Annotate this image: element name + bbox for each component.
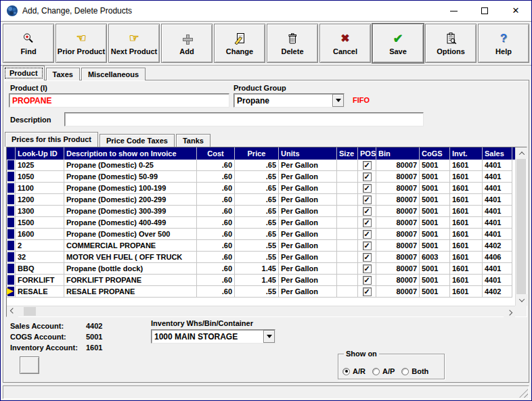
cell-desc[interactable]: Propane (Domestic) Over 500 (64, 229, 197, 240)
cell-invt[interactable]: 1601 (450, 252, 483, 263)
maximize-button[interactable] (469, 1, 500, 21)
cell-invt[interactable]: 1601 (450, 194, 483, 206)
radio-both[interactable]: Both (401, 367, 428, 375)
table-row[interactable]: BBQPropane (bottle dock).601.45Per Gallo… (7, 263, 515, 275)
cell-desc[interactable]: FORKLIFT PROPANE (64, 275, 197, 286)
cell-units[interactable]: Per Gallon (279, 286, 337, 298)
resize-grip[interactable] (519, 389, 528, 398)
cell-price[interactable]: .55 (235, 252, 279, 263)
product-group-dropdown[interactable]: Propane (234, 93, 345, 108)
cell-size[interactable] (337, 240, 358, 252)
grid-header-sales[interactable]: Sales (483, 147, 512, 160)
tab-prices-for-this-product[interactable]: Prices for this Product (5, 132, 98, 147)
table-row[interactable]: 1025Propane (Domestic) 0-25.60.65Per Gal… (7, 160, 515, 171)
pos-checkbox[interactable]: ✓ (363, 184, 372, 193)
cell-units[interactable]: Per Gallon (279, 171, 337, 183)
pos-cell[interactable]: ✓ (358, 275, 376, 286)
pos-cell[interactable]: ✓ (358, 183, 376, 194)
find-button[interactable]: Find (3, 24, 54, 63)
cell-sales[interactable]: 4401 (483, 160, 512, 171)
cell-cogs[interactable]: 5001 (420, 171, 450, 183)
cell-cogs[interactable]: 5001 (420, 206, 450, 217)
table-row[interactable]: 2COMMERCIAL PROPANE.60.55Per Gallon✓8000… (7, 240, 515, 252)
cell-cogs[interactable]: 5001 (420, 286, 450, 298)
cell-bin[interactable]: 80007 (376, 275, 420, 286)
cell-id[interactable]: RESALE (16, 286, 64, 298)
cell-price[interactable]: .55 (235, 240, 279, 252)
grid-header-pos[interactable]: POS (358, 147, 376, 160)
pos-cell[interactable]: ✓ (358, 206, 376, 217)
table-row[interactable]: 1050Propane (Domestic) 50-99.60.65Per Ga… (7, 171, 515, 183)
vertical-scroll-thumb[interactable] (516, 159, 526, 294)
row-indicator-cell[interactable] (7, 263, 16, 275)
pos-checkbox[interactable]: ✓ (363, 276, 372, 285)
pos-checkbox[interactable]: ✓ (363, 195, 372, 204)
save-button[interactable]: ✔ Save (372, 24, 424, 63)
cell-size[interactable] (337, 229, 358, 240)
cell-invt[interactable]: 1601 (450, 183, 483, 194)
cell-cogs[interactable]: 5001 (420, 217, 450, 229)
cell-desc[interactable]: RESALE PROPANE (64, 286, 197, 298)
close-button[interactable]: ✕ (500, 1, 531, 21)
cell-size[interactable] (337, 160, 358, 171)
cell-invt[interactable]: 1601 (450, 229, 483, 240)
grid-header-price[interactable]: Price (235, 147, 279, 160)
grid-header-cogs[interactable]: CoGS (420, 147, 450, 160)
grid-header-size[interactable]: Size (337, 147, 358, 160)
row-indicator-cell[interactable] (7, 275, 16, 286)
scroll-up-button[interactable] (516, 147, 527, 159)
cell-desc[interactable]: MOTOR VEH FUEL ( OFF TRUCK (64, 252, 197, 263)
row-indicator-cell[interactable] (7, 229, 16, 240)
grid-header-lookup-id[interactable]: Look-Up ID (16, 147, 64, 160)
cell-size[interactable] (337, 275, 358, 286)
pos-cell[interactable]: ✓ (358, 252, 376, 263)
add-button[interactable]: Add (161, 24, 213, 63)
cell-units[interactable]: Per Gallon (279, 275, 337, 286)
options-button[interactable]: Options (425, 24, 476, 63)
pos-checkbox[interactable]: ✓ (363, 264, 372, 273)
cell-price[interactable]: .65 (235, 217, 279, 229)
cell-cogs[interactable]: 5001 (420, 263, 450, 275)
row-indicator-cell[interactable]: ▶ (7, 286, 16, 298)
cell-invt[interactable]: 1601 (450, 160, 483, 171)
cell-price[interactable]: .55 (235, 286, 279, 298)
cell-cogs[interactable]: 5001 (420, 229, 450, 240)
pos-cell[interactable]: ✓ (358, 263, 376, 275)
table-row[interactable]: 1500Propane (Domestic) 400-499.60.65Per … (7, 217, 515, 229)
cell-sales[interactable]: 4402 (483, 286, 512, 298)
pos-cell[interactable]: ✓ (358, 160, 376, 171)
cell-price[interactable]: .65 (235, 171, 279, 183)
dropdown-arrow-icon[interactable] (263, 330, 275, 343)
grid-header-description[interactable]: Description to show on Invoice (64, 147, 197, 160)
cell-size[interactable] (337, 183, 358, 194)
cell-cogs[interactable]: 5001 (420, 275, 450, 286)
cell-id[interactable]: 1600 (16, 229, 64, 240)
row-indicator-cell[interactable] (7, 206, 16, 217)
cell-id[interactable]: 1200 (16, 194, 64, 206)
cell-bin[interactable]: 80007 (376, 206, 420, 217)
cell-cogs[interactable]: 5001 (420, 240, 450, 252)
cell-bin[interactable]: 80007 (376, 171, 420, 183)
cell-cost[interactable]: .60 (197, 263, 235, 275)
cell-price[interactable]: .65 (235, 229, 279, 240)
pos-cell[interactable]: ✓ (358, 286, 376, 298)
pos-checkbox[interactable]: ✓ (363, 230, 372, 239)
pos-cell[interactable]: ✓ (358, 217, 376, 229)
cell-cost[interactable]: .60 (197, 206, 235, 217)
pos-checkbox[interactable]: ✓ (363, 218, 372, 227)
cell-id[interactable]: 1050 (16, 171, 64, 183)
row-indicator-cell[interactable] (7, 160, 16, 171)
cell-cost[interactable]: .60 (197, 160, 235, 171)
table-row[interactable]: 1300Propane (Domestic) 300-399.60.65Per … (7, 206, 515, 217)
cell-cost[interactable]: .60 (197, 171, 235, 183)
tab-miscellaneous[interactable]: Miscellaneous (81, 68, 146, 80)
cell-invt[interactable]: 1601 (450, 240, 483, 252)
cell-price[interactable]: 1.45 (235, 275, 279, 286)
cell-units[interactable]: Per Gallon (279, 252, 337, 263)
cell-cogs[interactable]: 6003 (420, 252, 450, 263)
scroll-right-button[interactable] (504, 306, 515, 317)
cell-price[interactable]: .65 (235, 160, 279, 171)
pos-cell[interactable]: ✓ (358, 194, 376, 206)
table-row[interactable]: 1100Propane (Domestic) 100-199.60.65Per … (7, 183, 515, 194)
table-row[interactable]: 1200Propane (Domestic) 200-299.60.65Per … (7, 194, 515, 206)
